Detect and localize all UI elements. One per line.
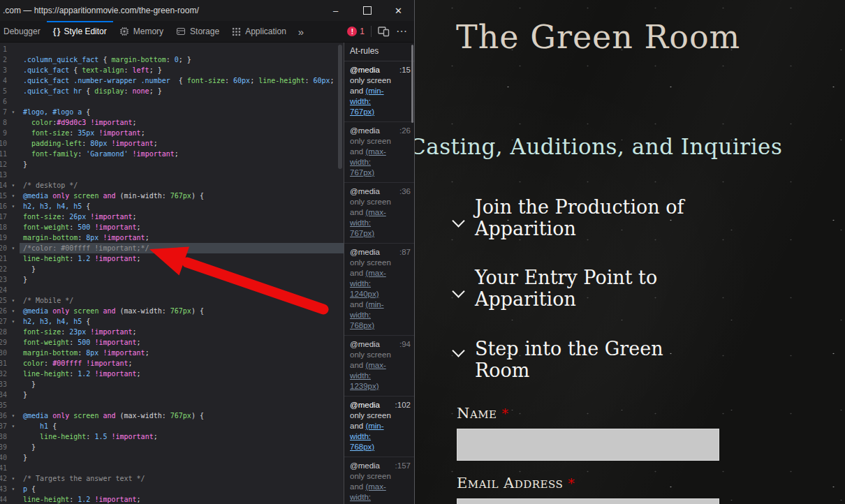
- code-line-content[interactable]: h2, h3, h4, h5 {: [20, 201, 344, 212]
- code-line-content[interactable]: h1 {: [20, 421, 344, 431]
- atrules-scrollbar-thumb[interactable]: [411, 45, 413, 123]
- code-line-content[interactable]: }: [20, 264, 344, 274]
- line-number: 3: [0, 65, 7, 75]
- fold-arrow-icon[interactable]: ▾: [7, 295, 20, 306]
- code-line-content[interactable]: @media only screen and (max-width: 767px…: [20, 410, 344, 421]
- line-number: 37: [0, 421, 7, 431]
- code-line-content[interactable]: p {: [20, 484, 344, 494]
- code-line-content[interactable]: #logo, #logo a {: [20, 107, 344, 117]
- tab-application[interactable]: Application: [226, 21, 293, 42]
- code-line-content[interactable]: color: #00ffff !important;: [20, 358, 344, 369]
- fold-arrow-icon: [7, 128, 20, 138]
- code-line-content[interactable]: line-height: 1.5 !important;: [20, 431, 344, 442]
- code-line-content[interactable]: }: [20, 159, 344, 170]
- code-line-content[interactable]: font-weight: 500 !important;: [20, 222, 344, 232]
- fold-arrow-icon[interactable]: ▾: [7, 191, 20, 201]
- at-rule-item[interactable]: @media only screen and (max-width: 767px…: [344, 183, 414, 244]
- error-count-badge[interactable]: ! 1: [347, 27, 365, 36]
- code-line-content[interactable]: font-size: 35px !important;: [20, 128, 344, 138]
- fold-arrow-icon[interactable]: ▾: [7, 473, 20, 484]
- code-token: only: [52, 192, 69, 200]
- code-line-content[interactable]: }: [20, 452, 344, 463]
- code-token: ;: [145, 349, 149, 357]
- line-number: 4: [0, 75, 7, 86]
- code-token: 1.5: [94, 433, 107, 440]
- code-line-content[interactable]: font-family: 'Garamond' !important;: [20, 149, 344, 159]
- code-line-content[interactable]: }: [20, 390, 344, 400]
- code-line-content[interactable]: [20, 463, 344, 473]
- code-line-content[interactable]: .quick_fact .number-wrapper .number { fo…: [20, 75, 344, 86]
- close-button[interactable]: ✕: [383, 0, 414, 21]
- at-rule-item[interactable]: @media only screen and (min-width: 768px…: [344, 396, 414, 457]
- code-line-content[interactable]: margin-bottom: 8px !important;: [20, 348, 344, 358]
- editor-scrollbar-thumb[interactable]: [338, 45, 342, 169]
- code-line-content[interactable]: margin-bottom: 8px !important;: [20, 232, 344, 243]
- accordion-item[interactable]: Step into the Green Room: [454, 338, 722, 381]
- minimize-button[interactable]: –: [320, 0, 351, 21]
- code-token: font-size: [23, 328, 61, 336]
- responsive-design-icon[interactable]: [378, 27, 390, 37]
- code-line-content[interactable]: [20, 170, 344, 180]
- code-line-content[interactable]: line-height: 1.2 !important;: [20, 253, 344, 264]
- fold-arrow-icon[interactable]: ▾: [7, 201, 20, 212]
- code-line-content[interactable]: line-height: 1.2 !important;: [20, 369, 344, 379]
- code-line-content[interactable]: [20, 285, 344, 295]
- code-line-content[interactable]: font-size: 23px !important;: [20, 327, 344, 337]
- code-line-content[interactable]: .column_quick_fact { margin-bottom: 0; }: [20, 54, 344, 65]
- tab-memory[interactable]: Memory: [113, 21, 170, 42]
- code-line-content[interactable]: /* Targets the answer text */: [20, 473, 344, 484]
- accordion-item[interactable]: Join the Production of Apparition: [454, 196, 722, 239]
- line-number: 36: [0, 410, 7, 421]
- line-number: 35: [0, 400, 7, 410]
- fold-arrow-icon[interactable]: ▾: [7, 107, 20, 117]
- code-line-content[interactable]: /* desktop */: [20, 180, 344, 191]
- at-rule-item[interactable]: @media only screen and (max-width: 767px…: [344, 122, 414, 183]
- line-number: 12: [0, 159, 7, 170]
- fold-arrow-icon[interactable]: ▾: [7, 410, 20, 421]
- code-line-content[interactable]: padding-left: 80px !important;: [20, 138, 344, 149]
- fold-arrow-icon[interactable]: ▾: [7, 484, 20, 494]
- code-line-content[interactable]: font-weight: 500 !important;: [20, 337, 344, 348]
- at-rule-item[interactable]: @media only screen and (min-width: 767px…: [344, 61, 414, 122]
- at-rule-item[interactable]: @media only screen and (max-width: 1240p…: [344, 244, 414, 336]
- maximize-icon: [363, 6, 372, 15]
- code-line-content[interactable]: .quick_fact hr { display: none; }: [20, 86, 344, 96]
- code-line-content[interactable]: @media only screen and (min-width: 767px…: [20, 191, 344, 201]
- code-line-content[interactable]: }: [20, 274, 344, 285]
- at-rule-item[interactable]: @media only screen and (max-width: 1239p…: [344, 336, 414, 396]
- code-line-content[interactable]: h2, h3, h4, h5 {: [20, 316, 344, 327]
- code-line-content[interactable]: font-size: 26px !important;: [20, 212, 344, 222]
- code-line-content[interactable]: [20, 96, 344, 107]
- accordion-item[interactable]: Your Entry Point to Apparition: [454, 267, 722, 310]
- fold-arrow-icon: [7, 232, 20, 243]
- at-rule-condition: @media only screen and (max-width: 1240p…: [350, 247, 392, 331]
- atrules-header: At-rules: [344, 43, 414, 61]
- fold-arrow-icon[interactable]: ▾: [7, 316, 20, 327]
- tab-style-editor[interactable]: { } Style Editor: [47, 21, 113, 42]
- code-line-content[interactable]: line-height: 1.2 !important;: [20, 494, 344, 504]
- code-line-content[interactable]: color:#d9d0c3 !important;: [20, 117, 344, 128]
- fold-arrow-icon[interactable]: ▾: [7, 243, 20, 253]
- code-line-content[interactable]: .quick_fact { text-align: left; }: [20, 65, 344, 75]
- code-line-content[interactable]: /* Mobile */: [20, 295, 344, 306]
- code-line-content[interactable]: [20, 400, 344, 410]
- fold-arrow-icon[interactable]: ▾: [7, 306, 20, 316]
- code-line-content[interactable]: }: [20, 442, 344, 452]
- at-rule-text: @media: [350, 461, 380, 470]
- code-line-content[interactable]: @media only screen and (max-width: 767px…: [20, 306, 344, 316]
- code-line-content[interactable]: /*color: #00ffff !important;*/: [20, 243, 344, 253]
- name-input[interactable]: [457, 429, 719, 461]
- code-token: ;: [250, 77, 258, 84]
- code-line-content[interactable]: }: [20, 379, 344, 390]
- code-token: ; }: [149, 66, 162, 74]
- at-rule-item[interactable]: @media only screen and (max-width: 1240p…: [344, 457, 414, 504]
- overflow-menu-button[interactable]: ⋯: [396, 28, 408, 35]
- more-tabs-button[interactable]: »: [293, 21, 309, 42]
- fold-arrow-icon[interactable]: ▾: [7, 180, 20, 191]
- tab-storage[interactable]: Storage: [170, 21, 226, 42]
- email-input[interactable]: [457, 498, 719, 504]
- code-line-content[interactable]: [20, 44, 344, 54]
- fold-arrow-icon[interactable]: ▾: [7, 421, 20, 431]
- tab-debugger[interactable]: Debugger: [0, 21, 47, 42]
- maximize-button[interactable]: [351, 0, 383, 21]
